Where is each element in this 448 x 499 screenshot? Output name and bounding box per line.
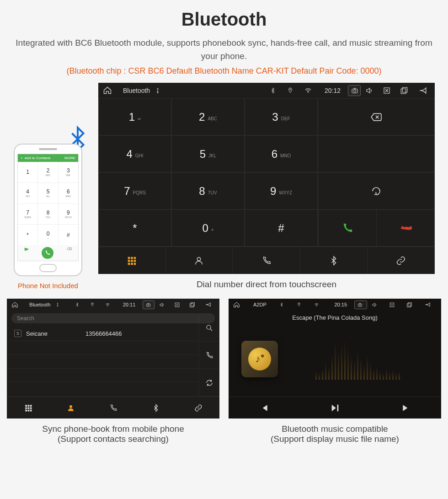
recent-apps-icon[interactable] [189, 302, 200, 308]
phone-video-icon: ▮▶ [24, 247, 29, 259]
bottom-nav [7, 397, 219, 419]
contact-name: Seicane [26, 330, 85, 337]
dial-key-1[interactable]: 1∞ [98, 98, 171, 135]
home-icon[interactable] [11, 301, 22, 308]
music-caption: Bluetooth music compatible (Support disp… [229, 424, 441, 444]
wifi-icon [304, 87, 317, 94]
phone-key-8: 8TUV [38, 204, 58, 225]
dial-key-6[interactable]: 6MNO [245, 135, 318, 172]
volume-icon[interactable] [365, 86, 378, 95]
location-icon [90, 302, 101, 307]
bluetooth-icon [279, 302, 292, 307]
wifi-icon [314, 302, 327, 307]
next-track-button[interactable] [370, 397, 441, 419]
main-caption: Dial number direct from touchscreen [98, 279, 435, 290]
contact-row[interactable]: SSeicane13566664466 [7, 326, 198, 341]
dial-key-9[interactable]: 9WXYZ [245, 172, 318, 209]
dial-key-#[interactable]: # [245, 209, 318, 247]
contacts-caption: Sync phone-book from mobile phone (Suppo… [7, 424, 219, 444]
bluetooth-icon [75, 302, 85, 307]
phone-key-4: 4GHI [18, 183, 37, 204]
phone-key-2: 2ABC [38, 162, 58, 182]
spec-line: (Bluetooth chip : CSR BC6 Default Blueto… [7, 66, 441, 76]
close-icon[interactable] [389, 302, 402, 308]
screenshot-icon[interactable] [354, 300, 367, 309]
search-input[interactable]: Search [11, 313, 215, 323]
call-button[interactable] [318, 210, 376, 246]
wifi-icon [105, 302, 116, 307]
nav-calllog-tab[interactable] [92, 397, 134, 419]
play-pause-button[interactable] [299, 397, 370, 419]
contact-number: 13566664466 [85, 330, 122, 337]
home-icon[interactable] [103, 86, 116, 95]
phone-mockup: + Add to Contacts MORE 12ABC3DEF4GHI5JKL… [14, 144, 82, 276]
home-icon[interactable] [233, 301, 246, 308]
hangup-button[interactable] [376, 210, 434, 246]
usb-icon [155, 87, 167, 94]
volume-icon[interactable] [372, 302, 384, 308]
screenshot-icon[interactable] [348, 85, 361, 96]
nav-bluetooth-tab[interactable] [300, 247, 368, 274]
contact-row-empty [7, 341, 198, 355]
nav-pair-tab[interactable] [177, 397, 219, 419]
nav-contacts-tab[interactable] [165, 247, 233, 274]
phone-dial-button [42, 247, 53, 259]
close-icon[interactable] [174, 302, 185, 308]
recent-apps-icon[interactable] [406, 302, 419, 308]
dial-key-0[interactable]: 0+ [171, 209, 245, 247]
nav-keypad-tab[interactable] [7, 397, 49, 419]
location-icon [297, 302, 309, 307]
contact-row-empty [7, 369, 198, 382]
nav-contacts-tab[interactable] [49, 397, 92, 419]
phone-top.topbar: + Add to Contacts MORE [18, 154, 78, 162]
main-dialer-screen: Bluetooth 20:12 1∞2ABC3DEF4GHI5JKL6MNO7P… [98, 83, 435, 274]
phone-caption: Phone Not Included [18, 282, 78, 290]
phone-key-1: 1 [18, 162, 37, 182]
phone-topbar-more: MORE [64, 156, 75, 160]
statusbar: A2DP 20:15 [229, 299, 441, 311]
backspace-button[interactable] [318, 98, 435, 135]
phone-key-9: 9WXYZ [59, 204, 78, 225]
dial-key-8[interactable]: 8TUV [171, 172, 245, 209]
dial-key-2[interactable]: 2ABC [171, 98, 245, 135]
usb-icon [55, 302, 66, 307]
clock: 20:15 [334, 302, 347, 307]
back-icon[interactable] [424, 301, 437, 308]
dial-key-3[interactable]: 3DEF [245, 98, 318, 135]
page-title: Bluetooth [7, 9, 441, 30]
sync-button[interactable] [198, 369, 219, 397]
nav-keypad-tab[interactable] [98, 247, 165, 274]
nav-calllog-tab[interactable] [233, 247, 300, 274]
nav-pair-tab[interactable] [368, 247, 435, 274]
dial-key-7[interactable]: 7PQRS [98, 172, 171, 209]
phone-topbar-label: Add to Contacts [25, 156, 51, 160]
equalizer-visual [278, 338, 437, 380]
screenshot-icon[interactable] [143, 300, 155, 309]
call-button[interactable] [198, 342, 219, 369]
nav-bluetooth-tab[interactable] [134, 397, 177, 419]
redial-button[interactable] [318, 172, 435, 209]
phone-key-7: 7PQRS [18, 204, 37, 225]
back-icon[interactable] [204, 301, 215, 308]
phone-home-button [39, 264, 57, 272]
app-name: Bluetooth [29, 302, 50, 307]
phone-key-3: 3DEF [59, 162, 78, 182]
music-controls [229, 397, 441, 419]
dial-key-4[interactable]: 4GHI [98, 135, 171, 172]
caption-line2: (Support contacts searching) [7, 434, 219, 444]
call-actions[interactable] [318, 209, 435, 247]
app-name: Bluetooth [123, 87, 150, 94]
track-title: Escape (The Pina Colada Song) [292, 314, 377, 321]
dial-key-5[interactable]: 5JKL [171, 135, 245, 172]
search-button[interactable] [198, 314, 219, 342]
music-note-icon: ♪✱ [248, 348, 271, 370]
close-icon[interactable] [383, 86, 395, 95]
back-icon[interactable] [417, 86, 430, 95]
app-name: A2DP [253, 302, 267, 307]
dial-key-*[interactable]: * [98, 209, 171, 247]
prev-track-button[interactable] [229, 397, 299, 419]
phone-backspace-icon: ⌫ [67, 247, 72, 259]
volume-icon[interactable] [159, 302, 170, 308]
recent-apps-icon[interactable] [400, 86, 413, 95]
phone-mockup-column: + Add to Contacts MORE 12ABC3DEF4GHI5JKL… [7, 83, 89, 290]
